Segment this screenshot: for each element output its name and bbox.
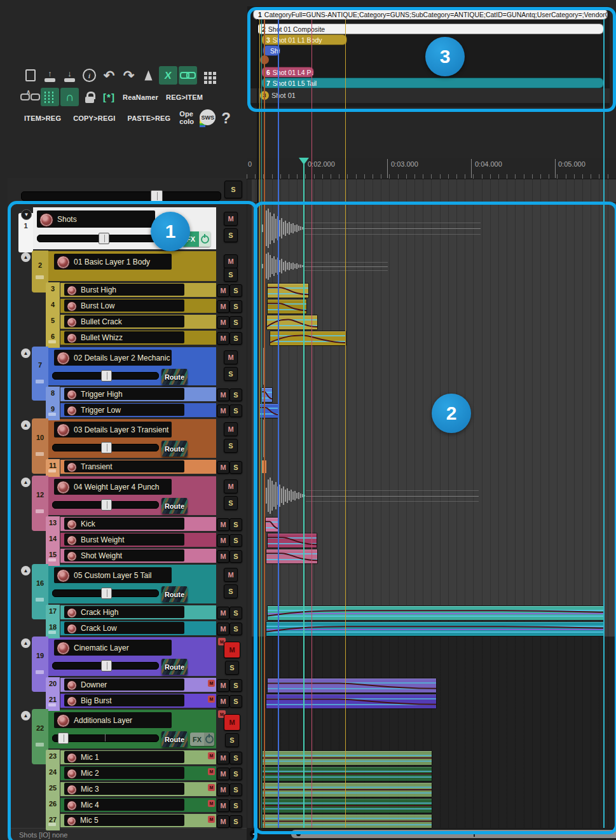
folder-collapse-icon[interactable]: ▲ xyxy=(21,478,31,487)
volume-slider-handle[interactable] xyxy=(101,660,112,671)
mute-button[interactable]: M xyxy=(217,799,229,812)
media-item[interactable] xyxy=(262,750,432,766)
track-name-box[interactable]: 02 Details Layer 2 Mechanic xyxy=(54,350,172,366)
fx-button[interactable]: FX xyxy=(190,733,214,746)
mute-button[interactable]: M xyxy=(224,350,238,364)
track-name-box[interactable]: Trigger High xyxy=(64,388,184,400)
grid-squares-icon[interactable] xyxy=(198,66,217,85)
grid-icon[interactable] xyxy=(41,88,59,106)
record-arm-button[interactable] xyxy=(67,333,77,343)
record-arm-button[interactable] xyxy=(67,286,77,296)
solo-button[interactable]: S xyxy=(229,695,242,708)
track-name-box[interactable]: Shot Weight xyxy=(64,549,184,561)
solo-button[interactable]: S xyxy=(229,300,242,313)
solo-button[interactable]: S xyxy=(229,768,242,780)
record-arm-button[interactable] xyxy=(57,481,70,494)
mute-button[interactable]: M xyxy=(217,316,229,329)
mute-button[interactable]: M xyxy=(217,284,229,297)
master-solo-button[interactable]: S xyxy=(224,181,242,198)
media-item[interactable] xyxy=(267,605,605,621)
track-name-box[interactable]: Burst Weight xyxy=(64,534,184,546)
track-name-box[interactable]: Downer xyxy=(64,678,184,691)
open-color-button[interactable]: Ope colo xyxy=(179,111,194,125)
marker-dot[interactable] xyxy=(260,55,269,64)
folder-collapse-icon[interactable]: ▲ xyxy=(21,252,31,262)
record-arm-button[interactable] xyxy=(67,769,77,779)
mute-button[interactable]: M xyxy=(217,679,229,692)
marker-badge[interactable]: 3 xyxy=(260,91,269,100)
solo-button[interactable]: S xyxy=(229,550,242,563)
crossfade-icon[interactable]: X xyxy=(159,66,177,85)
media-item[interactable] xyxy=(266,621,605,637)
media-item[interactable] xyxy=(262,766,432,781)
volume-slider-handle[interactable] xyxy=(99,233,109,244)
solo-button[interactable]: S xyxy=(225,733,239,747)
master-scrollbar[interactable] xyxy=(21,191,221,201)
solo-button[interactable]: S xyxy=(224,584,238,598)
record-arm-button[interactable] xyxy=(67,551,77,561)
solo-button[interactable]: S xyxy=(229,332,242,345)
mute-button[interactable]: M xyxy=(217,461,229,474)
record-arm-button[interactable] xyxy=(57,423,70,437)
mute-button[interactable]: M xyxy=(217,783,229,796)
solo-button[interactable]: S xyxy=(229,316,242,329)
media-item[interactable] xyxy=(267,299,307,314)
reanamer-button[interactable]: ReaNamer xyxy=(120,93,161,101)
track-name-box[interactable]: Bullet Crack xyxy=(64,315,184,327)
record-arm-button[interactable] xyxy=(67,696,77,706)
track-number-tab[interactable]: 25 xyxy=(46,781,60,799)
unlink-icon[interactable]: ∧ xyxy=(21,88,39,106)
record-arm-button[interactable] xyxy=(67,801,77,811)
item-to-reg-button[interactable]: ITEM>REG xyxy=(21,114,64,122)
volume-slider-handle[interactable] xyxy=(58,733,69,744)
region-bar[interactable]: 1CategoryFull=GUNS-ANTIQUE;Category=GUNS… xyxy=(253,9,608,20)
track-name-box[interactable]: Mic 5 xyxy=(64,815,184,826)
folder-collapse-icon[interactable]: ▼ xyxy=(21,209,32,220)
track-number-tab[interactable]: 15 xyxy=(46,548,60,566)
mute-button[interactable]: M xyxy=(217,623,229,635)
folder-collapse-icon[interactable]: ▲ xyxy=(21,348,31,358)
track-number-tab[interactable]: 13 xyxy=(46,516,60,534)
media-item[interactable] xyxy=(266,315,318,330)
mute-button[interactable]: M xyxy=(217,752,229,764)
track-name-box[interactable]: Trigger Low xyxy=(64,404,184,416)
track-name-box[interactable]: Mic 3 xyxy=(64,783,184,795)
link-icon[interactable] xyxy=(179,66,197,85)
region-bar[interactable]: 2Shot 01 Composite xyxy=(257,24,604,34)
track-number-tab[interactable]: 5 xyxy=(46,314,60,332)
solo-button[interactable]: S xyxy=(229,518,242,531)
media-item-sliver[interactable] xyxy=(263,348,265,385)
media-item[interactable] xyxy=(262,798,432,813)
solo-button[interactable]: S xyxy=(229,815,242,828)
mute-button[interactable]: M xyxy=(224,568,238,582)
mute-button[interactable]: M xyxy=(217,518,229,531)
record-arm-button[interactable] xyxy=(67,753,77,763)
region-bar[interactable]: 7Shot 01 L5 Tail xyxy=(261,78,604,88)
mute-button[interactable]: M xyxy=(217,768,229,780)
track-name-box[interactable]: 05 Custom Layer 5 Tail xyxy=(54,567,172,583)
mute-button[interactable]: M xyxy=(217,300,229,313)
route-button[interactable]: Route xyxy=(161,369,188,385)
media-item[interactable] xyxy=(261,387,273,403)
solo-button[interactable]: S xyxy=(229,752,242,764)
volume-slider-track[interactable] xyxy=(37,235,158,242)
route-button[interactable]: Route xyxy=(161,659,188,675)
media-item[interactable] xyxy=(262,782,432,797)
record-arm-button[interactable] xyxy=(57,256,70,269)
track-number-tab[interactable]: 4 xyxy=(46,298,60,316)
folder-collapse-icon[interactable]: ▲ xyxy=(21,420,31,430)
record-arm-button[interactable] xyxy=(57,569,70,582)
track-number-tab[interactable]: 14 xyxy=(46,532,60,550)
mute-button[interactable]: M xyxy=(224,714,240,731)
track-name-box[interactable]: Burst High xyxy=(64,284,184,296)
action-brackets-icon[interactable]: [*] xyxy=(100,88,118,106)
track-name-box[interactable]: 04 Weight Layer 4 Punch xyxy=(54,479,172,495)
reg-to-item-button[interactable]: REG>ITEM xyxy=(163,93,206,101)
record-arm-button[interactable] xyxy=(67,624,77,634)
region-bar[interactable]: 6Shot 01 L4 Punc xyxy=(261,67,314,78)
track-name-box[interactable]: Crack High xyxy=(64,606,184,618)
mute-button[interactable]: M xyxy=(217,815,229,828)
track-number-tab[interactable]: 3 xyxy=(46,282,60,300)
volume-slider-handle[interactable] xyxy=(101,588,112,599)
track-name-box[interactable]: Mic 1 xyxy=(64,751,184,763)
